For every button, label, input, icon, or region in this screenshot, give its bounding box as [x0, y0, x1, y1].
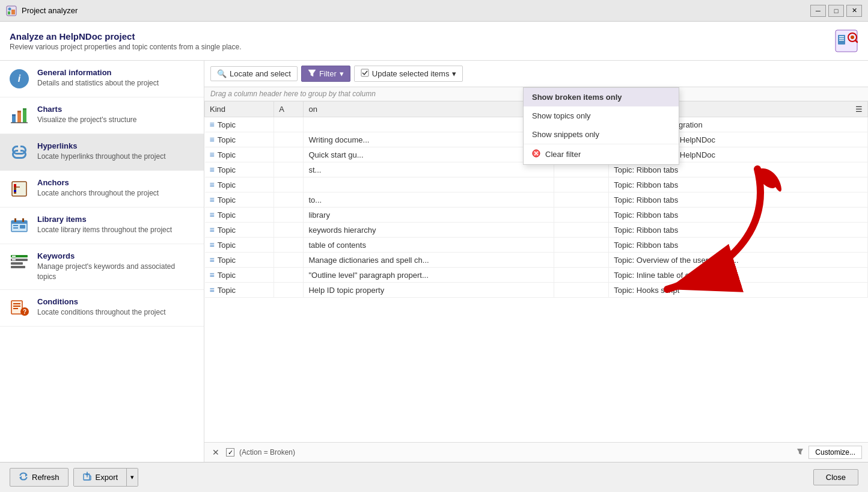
table-row[interactable]: ≡TopicManage dictionaries and spell ch..…: [205, 253, 868, 268]
app-subtitle: Review various project properties and to…: [10, 43, 242, 51]
sidebar-item-library-text: Library items Locate library items throu…: [37, 215, 172, 235]
header-icon: [834, 29, 858, 53]
refresh-button[interactable]: Refresh: [10, 468, 69, 487]
sidebar-item-charts-text: Charts Visualize the project's structure: [37, 105, 136, 125]
topic-icon: ≡: [210, 240, 215, 250]
cell-extra: [554, 208, 609, 223]
update-dropdown-arrow: ▾: [452, 69, 456, 78]
sidebar-item-library[interactable]: Library items Locate library items throu…: [0, 208, 204, 244]
table-row[interactable]: ≡Topickeywords hierarchyTopic: Ribbon ta…: [205, 223, 868, 238]
app-icon: [6, 5, 17, 16]
filter-show-topics[interactable]: Show topics only: [524, 106, 679, 125]
cell-found-in: Topic: Ribbon tabs: [609, 192, 868, 208]
search-icon: 🔍: [217, 69, 227, 78]
sidebar-item-general[interactable]: i General information Details and statis…: [0, 61, 204, 97]
app-header: Analyze an HelpNDoc project Review vario…: [0, 22, 868, 61]
customize-button[interactable]: Customize...: [808, 446, 862, 459]
refresh-icon: [19, 472, 28, 483]
title-bar: Project analyzer ─ □ ✕: [0, 0, 868, 22]
show-broken-label: Show broken items only: [532, 93, 622, 102]
filter-checkbox[interactable]: [226, 448, 234, 457]
filter-dropdown-menu: Show broken items only Show topics only …: [523, 87, 679, 165]
cell-on: "Outline level" paragraph propert...: [304, 268, 554, 283]
table-row[interactable]: ≡Topictable of contentsTopic: Ribbon tab…: [205, 238, 868, 253]
show-topics-label: Show topics only: [532, 111, 591, 120]
sidebar-anchors-title: Anchors: [37, 178, 159, 187]
cell-extra: [554, 192, 609, 208]
clear-filter-button[interactable]: ✕: [210, 447, 221, 458]
cell-on: table of contents: [304, 238, 554, 253]
svg-rect-34: [11, 266, 25, 268]
hyperlinks-icon: [8, 141, 30, 163]
maximize-button[interactable]: □: [828, 5, 844, 17]
close-window-button[interactable]: ✕: [846, 5, 862, 17]
topic-icon: ≡: [210, 210, 215, 220]
table-row[interactable]: ≡TopicTopic: Ribbon tabs: [205, 177, 868, 192]
svg-rect-30: [22, 218, 24, 222]
col-on: on: [304, 102, 554, 117]
cell-action: [274, 117, 304, 132]
cell-found-in: Topic: Overview of the user interfa...: [609, 253, 868, 268]
close-button[interactable]: Close: [813, 469, 858, 485]
cell-action: [274, 283, 304, 298]
svg-text:?: ?: [23, 309, 26, 315]
kind-text: Topic: [218, 271, 236, 280]
minimize-button[interactable]: ─: [810, 5, 826, 17]
kind-text: Topic: [218, 165, 236, 174]
table-row[interactable]: ≡TopicHelp ID topic propertyTopic: Hooks…: [205, 283, 868, 298]
filter-clear[interactable]: Clear filter: [524, 144, 679, 164]
filter-show-snippets[interactable]: Show snippets only: [524, 125, 679, 144]
cell-found-in: Topic: Ribbon tabs: [609, 177, 868, 192]
cell-on: Manage dictionaries and spell ch...: [304, 253, 554, 268]
export-dropdown-button[interactable]: ▾: [126, 469, 138, 486]
cell-kind: ≡Topic: [205, 223, 274, 238]
svg-rect-17: [17, 111, 21, 112]
refresh-label: Refresh: [32, 473, 60, 482]
kind-text: Topic: [218, 150, 236, 159]
table-row[interactable]: ≡Topic"Outline level" paragraph propert.…: [205, 268, 868, 283]
topic-icon: ≡: [210, 195, 215, 204]
window-controls: ─ □ ✕: [810, 5, 862, 17]
keywords-icon: [8, 251, 30, 273]
svg-rect-29: [14, 218, 16, 222]
window-title: Project analyzer: [22, 6, 810, 15]
sidebar-item-keywords[interactable]: Keywords Manage project's keywords and a…: [0, 244, 204, 290]
table-row[interactable]: ≡Topicto...Topic: Ribbon tabs: [205, 192, 868, 208]
cell-kind: ≡Topic: [205, 268, 274, 283]
sidebar-item-anchors-text: Anchors Locate anchors throughout the pr…: [37, 178, 159, 198]
svg-point-11: [851, 35, 854, 39]
table-row[interactable]: ≡TopiclibraryTopic: Ribbon tabs: [205, 208, 868, 223]
filter-show-broken[interactable]: Show broken items only: [524, 88, 679, 106]
topic-icon: ≡: [210, 165, 215, 174]
charts-icon: [8, 105, 30, 126]
topic-icon: ≡: [210, 270, 215, 280]
filter-button[interactable]: Filter ▾: [301, 66, 350, 82]
sort-icon: ☰: [855, 105, 863, 114]
right-panel: 🔍 Locate and select Filter ▾: [204, 61, 868, 462]
sidebar-item-anchors[interactable]: Anchors Locate anchors throughout the pr…: [0, 171, 204, 208]
update-selected-button[interactable]: Update selected items ▾: [354, 66, 463, 82]
filter-label: Filter: [319, 69, 337, 78]
export-label: Export: [96, 473, 118, 482]
filter-dropdown-arrow: ▾: [340, 69, 344, 78]
cell-extra: [554, 223, 609, 238]
sidebar-general-desc: Details and statistics about the project: [37, 78, 159, 88]
cell-on: library: [304, 208, 554, 223]
svg-rect-39: [13, 306, 20, 307]
sidebar-library-desc: Locate library items throughout the proj…: [37, 225, 172, 235]
cell-kind: ≡Topic: [205, 147, 274, 162]
svg-rect-27: [13, 227, 18, 229]
sidebar-item-hyperlinks[interactable]: Hyperlinks Locate hyperlinks throughout …: [0, 134, 204, 171]
cell-action: [274, 132, 304, 147]
sidebar-item-charts[interactable]: Charts Visualize the project's structure: [0, 97, 204, 134]
col-action: A: [274, 102, 304, 117]
locate-select-button[interactable]: 🔍 Locate and select: [210, 66, 298, 81]
sidebar-charts-desc: Visualize the project's structure: [37, 115, 136, 125]
svg-rect-12: [12, 115, 16, 123]
kind-text: Topic: [218, 211, 236, 220]
sidebar-item-conditions[interactable]: ? Conditions Locate conditions throughou…: [0, 290, 204, 327]
cell-found-in: Topic: Hooks script: [609, 283, 868, 298]
cell-extra: [554, 253, 609, 268]
export-button[interactable]: Export: [74, 469, 127, 486]
cell-on: Writing docume...: [304, 132, 554, 147]
